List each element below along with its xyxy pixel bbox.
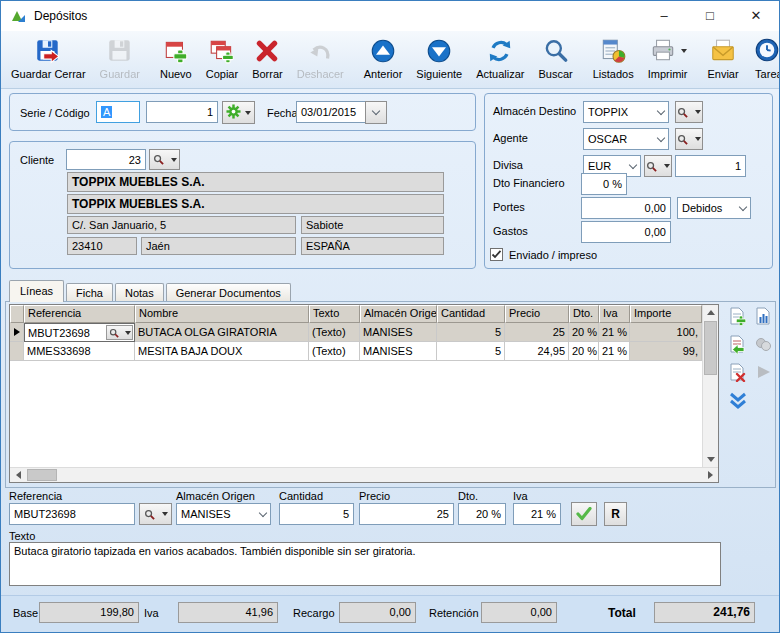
serie-input[interactable]: A <box>96 101 140 123</box>
retencion-field: 0,00 <box>481 602 557 623</box>
cell-lookup-button[interactable] <box>106 325 133 340</box>
dto-financiero-input[interactable]: 0 % <box>581 173 627 195</box>
copy-button[interactable]: Copiar <box>199 33 245 87</box>
scroll-left-icon[interactable] <box>16 471 21 479</box>
almacen-destino-lookup-button[interactable] <box>675 101 703 123</box>
cantidad-cell[interactable]: 5 <box>437 342 505 361</box>
iva-cell[interactable]: 21 % <box>599 342 630 361</box>
insert-line-button[interactable] <box>726 333 748 355</box>
grid-header-cell[interactable]: Importe <box>630 305 702 323</box>
serie-codigo-label: Serie / Código <box>20 107 90 119</box>
almacen-origen-cell[interactable]: MANISES <box>360 323 437 342</box>
texto-cell[interactable]: (Texto) <box>309 342 360 361</box>
tab-lineas[interactable]: Líneas <box>9 280 64 302</box>
cantidad-cell[interactable]: 5 <box>437 323 505 342</box>
dto-cell[interactable]: 20 % <box>569 342 599 361</box>
portes-input[interactable]: 0,00 <box>581 197 671 219</box>
editor-precio-input[interactable]: 25 <box>359 503 454 525</box>
agente-lookup-button[interactable] <box>675 128 703 150</box>
editor-iva-input[interactable]: 21 % <box>513 503 561 525</box>
scroll-up-icon[interactable] <box>707 310 715 315</box>
editor-dto-input[interactable]: 20 % <box>458 503 506 525</box>
grid-header-cell[interactable]: Referencia <box>24 305 135 323</box>
delete-button[interactable]: Borrar <box>245 33 290 87</box>
editor-referencia-lookup-button[interactable] <box>139 503 172 525</box>
refresh-button[interactable]: Actualizar <box>469 33 531 87</box>
grid-header-cell[interactable]: Nombre <box>135 305 309 323</box>
referencia-cell[interactable]: MMES33698 <box>24 342 135 361</box>
codigo-input[interactable]: 1 <box>146 101 218 123</box>
portes-tipo-select[interactable]: Debidos <box>677 197 751 219</box>
search-button[interactable]: Buscar <box>531 33 579 87</box>
minimize-button[interactable]: – <box>641 1 687 30</box>
tab-ficha[interactable]: Ficha <box>66 283 113 302</box>
tasks-button[interactable]: Tareas <box>746 33 780 87</box>
lookup-dropdown-icon <box>162 512 168 516</box>
fecha-dropdown-button[interactable] <box>365 101 387 124</box>
grid-header-cell[interactable]: Cantidad <box>437 305 505 323</box>
grid-header-cell[interactable]: Iva <box>599 305 630 323</box>
cliente-lookup-button[interactable] <box>149 149 180 170</box>
almacen-origen-cell[interactable]: MANISES <box>360 342 437 361</box>
numbering-gear-button[interactable] <box>222 101 255 124</box>
scroll-right-icon[interactable] <box>708 471 713 479</box>
scroll-down-icon[interactable] <box>707 457 715 462</box>
cliente-codigo-input[interactable]: 23 <box>66 149 146 170</box>
lines-grid: Referencia Nombre Texto Almacén Origen C… <box>9 304 719 483</box>
gastos-input[interactable]: 0,00 <box>581 221 671 243</box>
fecha-input[interactable]: 03/01/2015 <box>296 101 366 123</box>
horizontal-scrollbar[interactable] <box>10 467 718 482</box>
grid-header-cell[interactable]: Texto <box>309 305 360 323</box>
texto-cell[interactable]: (Texto) <box>309 323 360 342</box>
grid-header-cell[interactable]: Almacén Origen <box>360 305 437 323</box>
grid-header-cell[interactable]: Precio <box>505 305 569 323</box>
vertical-scrollbar[interactable] <box>702 305 718 467</box>
row-selector-cell[interactable] <box>10 323 24 342</box>
editor-referencia-input[interactable]: MBUT23698 <box>9 503 135 525</box>
print-dropdown-icon[interactable] <box>681 49 687 53</box>
recalculate-button[interactable]: R <box>604 502 627 526</box>
confirm-line-button[interactable] <box>571 502 597 526</box>
editor-cantidad-input[interactable]: 5 <box>279 503 354 525</box>
vertical-scroll-thumb[interactable] <box>704 321 717 375</box>
nombre-cell[interactable]: MESITA BAJA DOUX <box>135 342 309 361</box>
line-detail-button[interactable] <box>752 305 774 327</box>
row-selector-cell[interactable] <box>10 342 24 361</box>
save-close-button[interactable]: Guardar Cerrar <box>4 33 93 87</box>
editor-texto-input[interactable]: Butaca giratorio tapizada en varios acab… <box>9 542 721 586</box>
toolbar-button-label: Enviar <box>707 68 738 80</box>
print-button[interactable]: Imprimir <box>641 33 695 87</box>
reports-button[interactable]: Listados <box>586 33 641 87</box>
add-line-button[interactable] <box>726 305 748 327</box>
cliente-nombre-comercial-field: TOPPIX MUEBLES S.A. <box>67 194 444 214</box>
tab-notas[interactable]: Notas <box>115 283 164 302</box>
agente-select[interactable]: OSCAR <box>583 128 669 150</box>
grid-header-cell[interactable]: Dto. <box>569 305 599 323</box>
horizontal-scroll-thumb[interactable] <box>27 469 57 481</box>
maximize-button[interactable]: □ <box>687 1 733 30</box>
almacen-destino-select[interactable]: TOPPIX <box>583 101 669 123</box>
precio-cell[interactable]: 24,95 <box>505 342 569 361</box>
referencia-cell-editor[interactable]: MBUT23698 <box>24 323 135 342</box>
close-button[interactable]: ✕ <box>733 1 779 30</box>
precio-cell[interactable]: 25 <box>505 323 569 342</box>
next-button[interactable]: Siguiente <box>409 33 469 87</box>
editor-almacen-select[interactable]: MANISES <box>176 503 271 525</box>
tab-generar-documentos[interactable]: Generar Documentos <box>166 283 291 302</box>
iva-cell[interactable]: 21 % <box>599 323 630 342</box>
send-button[interactable]: Enviar <box>700 33 745 87</box>
divisa-rate-input[interactable]: 1 <box>675 155 746 177</box>
print-icon <box>649 36 677 66</box>
table-row[interactable]: MMES33698 MESITA BAJA DOUX (Texto) MANIS… <box>10 342 702 361</box>
nombre-cell[interactable]: BUTACA OLGA GIRATORIA <box>135 323 309 342</box>
expand-lines-button[interactable] <box>727 390 749 412</box>
chevron-down-icon <box>657 133 665 141</box>
dto-cell[interactable]: 20 % <box>569 323 599 342</box>
table-row[interactable]: MBUT23698 BUTACA OLGA GIRATORIA (Texto) … <box>10 323 702 342</box>
enviado-checkbox[interactable] <box>490 248 503 261</box>
previous-button[interactable]: Anterior <box>357 33 410 87</box>
delete-line-button[interactable] <box>726 361 748 383</box>
toolbar-button-label: Nuevo <box>160 68 192 80</box>
divisa-lookup-button[interactable] <box>644 155 672 177</box>
new-button[interactable]: Nuevo <box>153 33 199 87</box>
